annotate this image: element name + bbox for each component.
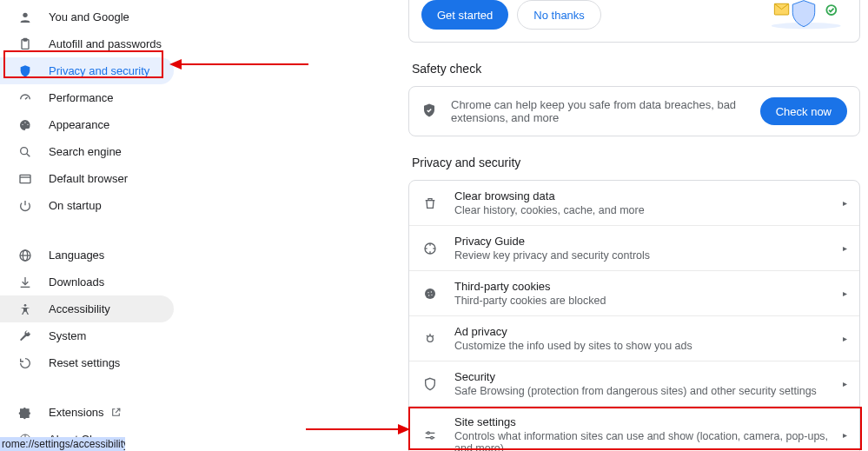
svg-point-7 bbox=[21, 147, 28, 154]
chevron-right-icon: ▸ bbox=[843, 289, 847, 298]
row-subtitle: Clear history, cookies, cache, and more bbox=[454, 204, 843, 216]
reset-icon bbox=[17, 355, 33, 371]
row-privacy-guide[interactable]: Privacy Guide Review key privacy and sec… bbox=[409, 225, 859, 270]
row-subtitle: Safe Browsing (protection from dangerous… bbox=[454, 385, 843, 397]
svg-point-31 bbox=[431, 291, 432, 292]
shield-check-icon bbox=[421, 103, 437, 121]
row-clear-browsing-data[interactable]: Clear browsing data Clear history, cooki… bbox=[409, 181, 859, 225]
svg-point-4 bbox=[22, 123, 23, 124]
svg-point-5 bbox=[24, 122, 25, 123]
row-title: Site settings bbox=[454, 415, 843, 428]
speedometer-icon bbox=[17, 90, 33, 106]
svg-point-15 bbox=[24, 304, 27, 307]
settings-sidebar: You and Google Autofill and passwords Pr… bbox=[0, 0, 174, 451]
row-security[interactable]: Security Safe Browsing (protection from … bbox=[409, 361, 859, 406]
power-icon bbox=[17, 198, 33, 214]
sidebar-item-label: System bbox=[49, 329, 86, 342]
chevron-right-icon: ▸ bbox=[843, 379, 847, 388]
row-ad-privacy[interactable]: Ad privacy Customize the info used by si… bbox=[409, 315, 859, 361]
sidebar-item-system[interactable]: System bbox=[0, 322, 174, 349]
trash-icon bbox=[421, 195, 439, 212]
sidebar-item-label: Search engine bbox=[49, 145, 122, 158]
shield-outline-icon bbox=[421, 375, 439, 393]
no-thanks-button[interactable]: No thanks bbox=[517, 0, 601, 30]
sidebar-item-accessibility[interactable]: Accessibility bbox=[0, 295, 174, 322]
svg-point-38 bbox=[431, 436, 434, 439]
sidebar-item-label: Extensions bbox=[49, 406, 104, 419]
row-title: Clear browsing data bbox=[454, 189, 843, 202]
svg-point-36 bbox=[427, 432, 430, 434]
globe-icon bbox=[17, 248, 33, 263]
puzzle-icon bbox=[17, 405, 33, 421]
sidebar-item-label: On startup bbox=[49, 199, 102, 212]
svg-rect-9 bbox=[20, 175, 30, 182]
row-title: Ad privacy bbox=[454, 325, 843, 338]
chevron-right-icon: ▸ bbox=[843, 198, 847, 208]
row-title: Third-party cookies bbox=[454, 280, 843, 293]
sidebar-item-default-browser[interactable]: Default browser bbox=[0, 165, 174, 192]
sidebar-item-label: You and Google bbox=[49, 10, 129, 23]
sidebar-item-privacy[interactable]: Privacy and security bbox=[0, 57, 174, 84]
sidebar-item-reset[interactable]: Reset settings bbox=[0, 349, 174, 376]
sidebar-item-label: Autofill and passwords bbox=[49, 37, 162, 50]
svg-point-33 bbox=[431, 294, 432, 295]
sidebar-item-on-startup[interactable]: On startup bbox=[0, 192, 174, 219]
sidebar-item-label: Accessibility bbox=[49, 302, 110, 315]
get-started-button[interactable]: Get started bbox=[421, 0, 508, 30]
sidebar-item-you-and-google[interactable]: You and Google bbox=[0, 3, 174, 30]
svg-point-0 bbox=[23, 12, 27, 17]
sidebar-item-label: Performance bbox=[49, 91, 113, 104]
svg-rect-2 bbox=[23, 38, 27, 41]
palette-icon bbox=[17, 117, 33, 133]
person-icon bbox=[17, 10, 33, 25]
sidebar-item-performance[interactable]: Performance bbox=[0, 84, 174, 111]
ad-icon bbox=[421, 330, 439, 348]
chevron-right-icon: ▸ bbox=[843, 430, 847, 440]
sliders-icon bbox=[421, 427, 439, 444]
sidebar-item-downloads[interactable]: Downloads bbox=[0, 269, 174, 295]
sidebar-item-label: Default browser bbox=[49, 172, 128, 185]
sidebar-item-appearance[interactable]: Appearance bbox=[0, 111, 174, 138]
svg-point-30 bbox=[427, 292, 428, 293]
promo-illustration bbox=[760, 1, 847, 29]
row-site-settings[interactable]: Site settings Controls what information … bbox=[409, 406, 859, 451]
row-title: Security bbox=[454, 370, 843, 383]
open-external-icon bbox=[109, 406, 123, 420]
sidebar-item-label: Privacy and security bbox=[49, 64, 149, 77]
sidebar-item-languages[interactable]: Languages bbox=[0, 242, 174, 269]
download-icon bbox=[17, 275, 33, 290]
row-subtitle: Customize the info used by sites to show… bbox=[454, 340, 843, 352]
row-subtitle: Controls what information sites can use … bbox=[454, 430, 843, 451]
row-subtitle: Review key privacy and security controls bbox=[454, 249, 843, 262]
promo-card: Get started No thanks bbox=[408, 0, 860, 43]
privacy-security-list: Clear browsing data Clear history, cooki… bbox=[408, 180, 860, 451]
row-third-party-cookies[interactable]: Third-party cookies Third-party cookies … bbox=[409, 270, 859, 315]
annotation-arrow-site-settings bbox=[306, 421, 410, 438]
safety-check-heading: Safety check bbox=[412, 62, 860, 76]
search-icon bbox=[17, 144, 33, 160]
row-subtitle: Third-party cookies are blocked bbox=[454, 295, 843, 307]
sidebar-item-label: Downloads bbox=[49, 275, 104, 289]
row-title: Privacy Guide bbox=[454, 235, 843, 248]
svg-point-6 bbox=[27, 123, 28, 124]
cookie-icon bbox=[421, 285, 439, 302]
sidebar-item-search-engine[interactable]: Search engine bbox=[0, 138, 174, 165]
chevron-right-icon: ▸ bbox=[843, 334, 847, 343]
check-now-button[interactable]: Check now bbox=[760, 97, 847, 125]
safety-check-card: Chrome can help keep you safe from data … bbox=[408, 86, 860, 136]
sidebar-item-autofill[interactable]: Autofill and passwords bbox=[0, 30, 174, 57]
annotation-arrow-privacy bbox=[169, 56, 308, 73]
svg-point-32 bbox=[428, 295, 429, 295]
sidebar-item-extensions[interactable]: Extensions bbox=[0, 399, 174, 426]
svg-point-34 bbox=[427, 335, 434, 342]
sidebar-item-label: Languages bbox=[49, 249, 104, 262]
status-url-preview: rome://settings/accessibility bbox=[0, 437, 125, 451]
browser-icon bbox=[17, 171, 33, 187]
svg-point-29 bbox=[425, 289, 435, 299]
wrench-icon bbox=[17, 328, 33, 344]
svg-line-8 bbox=[27, 153, 30, 156]
privacy-security-heading: Privacy and security bbox=[412, 156, 860, 169]
svg-line-3 bbox=[25, 96, 28, 99]
sidebar-item-label: Reset settings bbox=[49, 356, 120, 369]
clipboard-icon bbox=[17, 36, 33, 52]
